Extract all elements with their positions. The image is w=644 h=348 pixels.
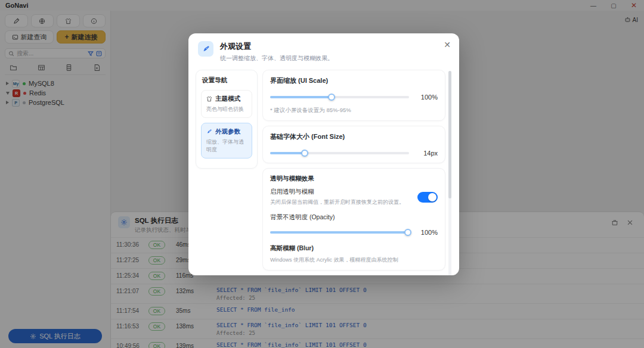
ui-scale-value: 100% [416, 94, 438, 101]
modal-header: 外观设置 统一调整缩放、字体、透明度与模糊效果。 ✕ [188, 33, 459, 69]
modal-body: 设置导航 主题模式 亮色与暗色切换 外观参数 缩放、字体与透明度 [188, 69, 459, 275]
modal-subtitle: 统一调整缩放、字体、透明度与模糊效果。 [220, 54, 333, 63]
settings-scrollbar[interactable] [448, 71, 451, 275]
ui-scale-note: * 建议小屏设备设置为 85%-95% [270, 107, 438, 114]
transparency-toggle[interactable] [417, 192, 438, 203]
settings-nav-title: 设置导航 [202, 76, 252, 85]
slider-thumb[interactable] [328, 94, 335, 101]
transparency-card: 透明与模糊效果 启用透明与模糊 关闭后保留当前阈值，重新开启时直接恢复之前的设置… [262, 168, 445, 271]
nav-item-appearance-params[interactable]: 外观参数 缩放、字体与透明度 [201, 123, 252, 159]
shirt-icon [206, 96, 212, 102]
slider-thumb[interactable] [301, 150, 308, 157]
settings-content: 界面缩放 (UI Scale) 100% * 建议小屏设备设置为 85%-95%… [262, 70, 452, 275]
ui-scale-slider[interactable] [270, 96, 409, 98]
enable-transparency-desc: 关闭后保留当前阈值，重新开启时直接恢复之前的设置。 [270, 198, 411, 206]
nav-item-desc: 亮色与暗色切换 [206, 105, 247, 113]
app-window: GoNavi — ▢ ✕ 新建查询 [0, 0, 644, 348]
blur-desc: Windows 使用系统 Acrylic 效果，模糊程度由系统控制 [270, 256, 438, 264]
slider-thumb[interactable] [404, 229, 411, 236]
brush-icon [206, 129, 212, 135]
modal-title: 外观设置 [220, 41, 333, 52]
close-modal-button[interactable]: ✕ [444, 41, 451, 49]
nav-item-label: 主题模式 [215, 95, 240, 103]
nav-item-theme-mode[interactable]: 主题模式 亮色与暗色切换 [201, 90, 252, 118]
nav-item-desc: 缩放、字体与透明度 [206, 138, 247, 154]
ui-scale-card: 界面缩放 (UI Scale) 100% * 建议小屏设备设置为 85%-95% [262, 70, 445, 121]
font-size-card: 基础字体大小 (Font Size) 14px [262, 126, 445, 163]
appearance-icon [198, 41, 213, 57]
appearance-settings-modal: 外观设置 统一调整缩放、字体、透明度与模糊效果。 ✕ 设置导航 主题模式 亮色与… [188, 33, 459, 275]
modal-titles: 外观设置 统一调整缩放、字体、透明度与模糊效果。 [220, 41, 333, 63]
opacity-label: 背景不透明度 (Opacity) [270, 213, 438, 222]
settings-nav: 设置导航 主题模式 亮色与暗色切换 外观参数 缩放、字体与透明度 [196, 70, 258, 169]
font-size-slider[interactable] [270, 152, 409, 154]
nav-item-label: 外观参数 [215, 128, 240, 136]
font-size-value: 14px [416, 150, 438, 157]
opacity-value: 100% [416, 229, 438, 236]
opacity-slider[interactable] [270, 231, 409, 234]
enable-transparency-label: 启用透明与模糊 [270, 188, 411, 196]
scrollbar-thumb[interactable] [448, 71, 451, 198]
transparency-section-title: 透明与模糊效果 [270, 175, 438, 183]
ui-scale-label: 界面缩放 (UI Scale) [270, 76, 438, 85]
blur-label: 高斯模糊 (Blur) [270, 244, 438, 253]
font-size-label: 基础字体大小 (Font Size) [270, 132, 438, 141]
brush-icon [202, 45, 210, 53]
